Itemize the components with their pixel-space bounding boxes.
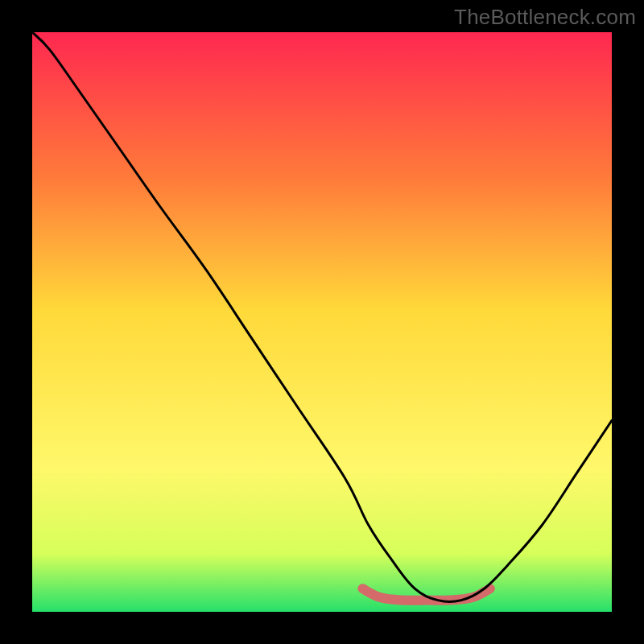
chart-frame: TheBottleneck.com xyxy=(0,0,644,644)
gradient-background xyxy=(32,32,612,612)
chart-svg xyxy=(32,32,612,612)
plot-area xyxy=(32,32,612,612)
watermark-text: TheBottleneck.com xyxy=(454,5,636,30)
